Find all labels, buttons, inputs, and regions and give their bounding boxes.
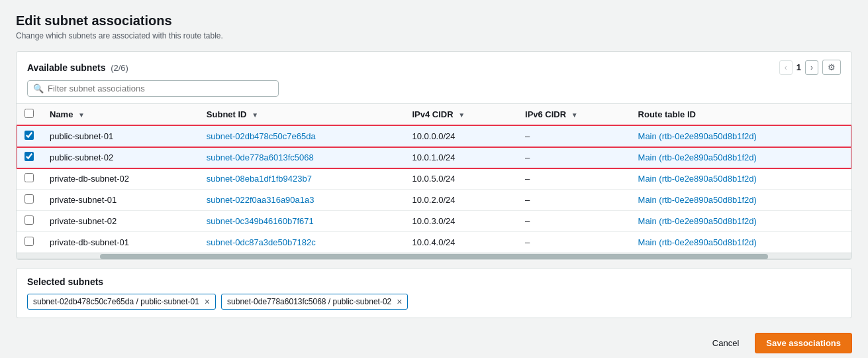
- save-associations-button[interactable]: Save associations: [755, 333, 852, 353]
- row-ipv6: –: [517, 190, 630, 211]
- table-row: private-subnet-02subnet-0c349b46160b7f67…: [17, 211, 851, 232]
- row-ipv4: 10.0.5.0/24: [404, 168, 517, 190]
- row-route-table[interactable]: Main (rtb-0e2e890a50d8b1f2d): [630, 190, 851, 211]
- card-header: Available subnets (2/6) ‹ 1 › ⚙ 🔍: [17, 52, 851, 104]
- row-checkbox-cell: [17, 232, 42, 253]
- row-ipv6: –: [517, 232, 630, 253]
- row-checkbox[interactable]: [24, 131, 34, 140]
- scrollbar-thumb: [100, 254, 768, 259]
- selected-subnets-card: Selected subnets subnet-02db478c50c7e65d…: [16, 268, 852, 318]
- row-subnet-id[interactable]: subnet-08eba1df1fb9423b7: [199, 168, 405, 190]
- col-subnet-id: Subnet ID ▼: [199, 104, 405, 125]
- row-route-table[interactable]: Main (rtb-0e2e890a50d8b1f2d): [630, 168, 851, 190]
- table-header-row: Name ▼ Subnet ID ▼ IPv4 CIDR ▼ IPv6 CI: [17, 104, 851, 125]
- pagination: ‹ 1 › ⚙: [779, 60, 841, 75]
- search-bar: 🔍: [27, 80, 279, 97]
- selected-tags-row: subnet-02db478c50c7e65da / public-subnet…: [27, 294, 841, 310]
- route-table-link[interactable]: Main (rtb-0e2e890a50d8b1f2d): [638, 174, 757, 184]
- row-name: public-subnet-01: [42, 125, 199, 147]
- subnets-table: Name ▼ Subnet ID ▼ IPv4 CIDR ▼ IPv6 CI: [17, 104, 851, 253]
- page-subtitle: Change which subnets are associated with…: [16, 31, 852, 40]
- col-route-table: Route table ID: [630, 104, 851, 125]
- table-row: private-db-subnet-02subnet-08eba1df1fb94…: [17, 168, 851, 190]
- row-checkbox[interactable]: [24, 173, 34, 182]
- sort-subnetid-icon: ▼: [252, 111, 258, 119]
- select-all-checkbox[interactable]: [24, 109, 34, 118]
- current-page: 1: [796, 62, 801, 72]
- row-subnet-id[interactable]: subnet-0de778a6013fc5068: [199, 147, 405, 168]
- route-table-link[interactable]: Main (rtb-0e2e890a50d8b1f2d): [638, 216, 757, 226]
- actions-row: Cancel Save associations: [16, 326, 852, 358]
- remove-subnet-tag-button[interactable]: ×: [205, 297, 210, 306]
- row-checkbox-cell: [17, 190, 42, 211]
- cancel-button[interactable]: Cancel: [704, 334, 747, 352]
- row-ipv6: –: [517, 168, 630, 190]
- table-row: private-db-subnet-01subnet-0dc87a3de50b7…: [17, 232, 851, 253]
- subnet-id-link[interactable]: subnet-0dc87a3de50b7182c: [207, 237, 316, 247]
- col-name: Name ▼: [42, 104, 199, 125]
- table-wrapper: Name ▼ Subnet ID ▼ IPv4 CIDR ▼ IPv6 CI: [17, 104, 851, 253]
- subnet-id-link[interactable]: subnet-0c349b46160b7f671: [207, 216, 314, 226]
- subnet-id-link[interactable]: subnet-0de778a6013fc5068: [207, 152, 314, 162]
- row-ipv4: 10.0.3.0/24: [404, 211, 517, 232]
- col-ipv6: IPv6 CIDR ▼: [517, 104, 630, 125]
- page-title: Edit subnet associations: [16, 13, 852, 29]
- select-all-header[interactable]: [17, 104, 42, 125]
- row-subnet-id[interactable]: subnet-0dc87a3de50b7182c: [199, 232, 405, 253]
- row-name: private-subnet-01: [42, 190, 199, 211]
- subnet-tag-label: subnet-0de778a6013fc5068 / public-subnet…: [227, 297, 391, 306]
- row-route-table[interactable]: Main (rtb-0e2e890a50d8b1f2d): [630, 232, 851, 253]
- row-route-table[interactable]: Main (rtb-0e2e890a50d8b1f2d): [630, 147, 851, 168]
- card-title: Available subnets: [27, 62, 106, 73]
- row-checkbox-cell: [17, 125, 42, 147]
- subnet-id-link[interactable]: subnet-022f0aa316a90a1a3: [207, 195, 314, 205]
- row-route-table[interactable]: Main (rtb-0e2e890a50d8b1f2d): [630, 211, 851, 232]
- row-ipv4: 10.0.1.0/24: [404, 147, 517, 168]
- available-subnets-card: Available subnets (2/6) ‹ 1 › ⚙ 🔍: [16, 51, 852, 260]
- horizontal-scrollbar[interactable]: [17, 253, 851, 259]
- route-table-link[interactable]: Main (rtb-0e2e890a50d8b1f2d): [638, 131, 757, 141]
- search-input[interactable]: [48, 84, 273, 93]
- row-name: private-subnet-02: [42, 211, 199, 232]
- row-checkbox[interactable]: [24, 237, 34, 246]
- selected-title: Selected subnets: [27, 276, 841, 287]
- subnet-tag-label: subnet-02db478c50c7e65da / public-subnet…: [33, 297, 199, 306]
- sort-name-icon: ▼: [78, 111, 85, 119]
- row-checkbox[interactable]: [24, 152, 34, 161]
- row-name: private-db-subnet-01: [42, 232, 199, 253]
- subnet-id-link[interactable]: subnet-02db478c50c7e65da: [207, 131, 316, 141]
- sort-ipv6-icon: ▼: [571, 111, 578, 119]
- row-ipv4: 10.0.2.0/24: [404, 190, 517, 211]
- prev-page-button[interactable]: ‹: [779, 60, 793, 75]
- row-subnet-id[interactable]: subnet-0c349b46160b7f671: [199, 211, 405, 232]
- col-ipv4: IPv4 CIDR ▼: [404, 104, 517, 125]
- route-table-link[interactable]: Main (rtb-0e2e890a50d8b1f2d): [638, 237, 757, 247]
- row-route-table[interactable]: Main (rtb-0e2e890a50d8b1f2d): [630, 125, 851, 147]
- row-subnet-id[interactable]: subnet-022f0aa316a90a1a3: [199, 190, 405, 211]
- card-title-row: Available subnets (2/6): [27, 62, 128, 73]
- row-checkbox-cell: [17, 168, 42, 190]
- row-name: public-subnet-02: [42, 147, 199, 168]
- route-table-link[interactable]: Main (rtb-0e2e890a50d8b1f2d): [638, 195, 757, 205]
- row-ipv6: –: [517, 211, 630, 232]
- table-row: private-subnet-01subnet-022f0aa316a90a1a…: [17, 190, 851, 211]
- table-row: public-subnet-01subnet-02db478c50c7e65da…: [17, 125, 851, 147]
- row-ipv6: –: [517, 125, 630, 147]
- row-ipv6: –: [517, 147, 630, 168]
- selected-subnet-tag: subnet-02db478c50c7e65da / public-subnet…: [27, 294, 216, 310]
- row-checkbox[interactable]: [24, 215, 34, 225]
- route-table-link[interactable]: Main (rtb-0e2e890a50d8b1f2d): [638, 152, 757, 162]
- settings-button[interactable]: ⚙: [822, 60, 841, 75]
- row-checkbox[interactable]: [24, 194, 34, 204]
- row-ipv4: 10.0.0.0/24: [404, 125, 517, 147]
- row-checkbox-cell: [17, 211, 42, 232]
- subnet-id-link[interactable]: subnet-08eba1df1fb9423b7: [207, 174, 312, 184]
- table-row: public-subnet-02subnet-0de778a6013fc5068…: [17, 147, 851, 168]
- row-name: private-db-subnet-02: [42, 168, 199, 190]
- search-icon: 🔍: [33, 84, 44, 93]
- next-page-button[interactable]: ›: [805, 60, 818, 75]
- sort-ipv4-icon: ▼: [458, 111, 465, 119]
- remove-subnet-tag-button[interactable]: ×: [397, 297, 402, 306]
- subnets-count: (2/6): [111, 63, 128, 73]
- row-subnet-id[interactable]: subnet-02db478c50c7e65da: [199, 125, 405, 147]
